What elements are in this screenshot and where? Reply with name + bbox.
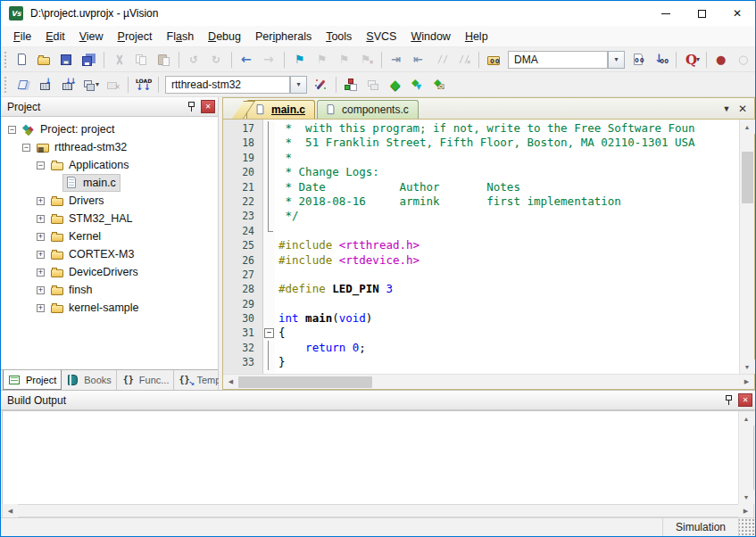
redo-button[interactable] <box>205 49 228 70</box>
code-line[interactable]: 20 * Change Logs: <box>223 165 739 179</box>
manage-project-items-button[interactable] <box>340 74 362 95</box>
resize-grip[interactable] <box>739 518 755 536</box>
scroll-down-icon[interactable]: ▼ <box>740 359 755 374</box>
code-line[interactable]: 30int main(void) <box>223 311 739 326</box>
search-dropdown-button[interactable]: ▾ <box>608 51 625 69</box>
batch-build-button[interactable]: ▾ <box>79 74 102 95</box>
tree-item-kernel[interactable]: Kernel <box>1 227 218 245</box>
download-button[interactable] <box>132 74 154 95</box>
scroll-up-icon[interactable]: ▲ <box>740 120 755 134</box>
tree-item-project-project[interactable]: Project: project <box>1 120 218 138</box>
menu-debug[interactable]: Debug <box>201 28 248 45</box>
disable-breakpoint-button[interactable] <box>733 49 755 70</box>
paste-button[interactable] <box>153 49 175 70</box>
open-file-button[interactable] <box>33 49 55 70</box>
code-line[interactable]: 23 */ <box>223 209 739 223</box>
search-combo[interactable]: DMA <box>508 51 608 69</box>
tree-expander[interactable] <box>37 197 45 205</box>
tree-expander[interactable] <box>37 268 45 277</box>
code-line[interactable]: 17 * with this program; if not, write to… <box>223 121 739 136</box>
code-line[interactable]: 32 return 0; <box>223 341 739 355</box>
tree-expander[interactable] <box>37 286 45 294</box>
tree-item-drivers[interactable]: Drivers <box>1 192 218 210</box>
scroll-right-icon[interactable]: ▶ <box>738 504 753 518</box>
tree-expander[interactable] <box>37 233 45 241</box>
build-output-pin-button[interactable] <box>720 392 736 408</box>
copy-button[interactable] <box>130 49 153 70</box>
panel-tab-books[interactable]: Books <box>62 370 117 390</box>
tree-expander[interactable] <box>8 126 16 134</box>
close-button[interactable]: ✕ <box>719 1 755 26</box>
editor-tab-main-c[interactable]: main.c <box>246 100 315 119</box>
scroll-left-icon[interactable]: ◀ <box>223 375 238 389</box>
menu-tools[interactable]: Tools <box>319 28 359 45</box>
code-line[interactable]: 25#include <rtthread.h> <box>223 238 739 252</box>
tree-item-finsh[interactable]: finsh <box>1 281 218 299</box>
scroll-down-icon[interactable]: ▼ <box>739 490 754 504</box>
scroll-left-icon[interactable]: ◀ <box>3 504 18 518</box>
tree-item-rtthread-stm32[interactable]: rtthread-stm32 <box>1 138 218 156</box>
code-line[interactable]: 21 * Date Author Notes <box>223 180 739 194</box>
lookup-button[interactable]: ▾ <box>680 49 702 70</box>
tree-item-devicedrivers[interactable]: DeviceDrivers <box>1 263 218 281</box>
build-output-horizontal-scrollbar[interactable]: ◀ ▶ <box>2 504 754 517</box>
new-file-button[interactable] <box>11 49 33 70</box>
previous-bookmark-button[interactable] <box>311 49 333 70</box>
tree-item-kernel-sample[interactable]: kernel-sample <box>1 299 218 317</box>
build-output-text[interactable] <box>3 411 738 504</box>
clear-bookmarks-button[interactable] <box>355 49 378 70</box>
code-line[interactable]: 27 <box>223 268 739 282</box>
cut-button[interactable] <box>108 49 130 70</box>
target-combo[interactable]: rtthread-stm32 <box>165 76 290 94</box>
navigate-back-button[interactable] <box>236 49 258 70</box>
unindent-button[interactable] <box>408 49 430 70</box>
undo-button[interactable] <box>183 49 205 70</box>
select-packs-button[interactable] <box>407 74 429 95</box>
rebuild-button[interactable] <box>57 74 79 95</box>
project-close-button[interactable]: ✕ <box>201 100 215 113</box>
scrollbar-thumb[interactable] <box>238 376 372 388</box>
build-output-vertical-scrollbar[interactable]: ▲ ▼ <box>738 411 753 504</box>
manage-rte-button[interactable] <box>385 74 407 95</box>
tree-item-stm32-hal[interactable]: STM32_HAL <box>1 210 218 227</box>
tree-expander[interactable] <box>37 161 45 169</box>
tree-item-main-c[interactable]: main.c <box>1 174 218 192</box>
menu-view[interactable]: View <box>72 28 111 45</box>
stop-build-button[interactable] <box>102 74 124 95</box>
code-line[interactable]: 22 * 2018-08-16 armink first implementat… <box>223 194 739 209</box>
scroll-right-icon[interactable]: ▶ <box>739 375 754 389</box>
panel-tab-project[interactable]: Project <box>3 370 62 390</box>
code-line[interactable]: 29 <box>223 297 739 311</box>
comment-button[interactable] <box>430 49 453 70</box>
scrollbar-thumb[interactable] <box>742 152 753 203</box>
panel-tab-func[interactable]: Func... <box>117 370 175 390</box>
tree-expander[interactable] <box>37 304 45 312</box>
menu-peripherals[interactable]: Peripherals <box>248 28 319 45</box>
menu-help[interactable]: Help <box>458 28 495 45</box>
scroll-up-icon[interactable]: ▲ <box>739 411 754 425</box>
code-line[interactable]: 18 * 51 Franklin Street, Fifth Floor, Bo… <box>223 136 739 150</box>
code-area[interactable]: 17 * with this program; if not, write to… <box>223 120 739 374</box>
editor-horizontal-scrollbar[interactable]: ◀ ▶ <box>223 374 754 389</box>
navigate-forward-button[interactable] <box>258 49 280 70</box>
find-in-files-button[interactable] <box>483 49 505 70</box>
editor-tab-components-c[interactable]: components.c <box>317 100 419 119</box>
indent-button[interactable] <box>386 49 408 70</box>
code-line[interactable]: 19 * <box>223 151 739 165</box>
tree-expander[interactable] <box>37 251 45 259</box>
maximize-button[interactable] <box>684 1 719 26</box>
minimize-button[interactable] <box>648 1 684 26</box>
build-output-close-button[interactable]: ✕ <box>738 393 752 407</box>
fold-toggle[interactable] <box>262 326 275 340</box>
menu-window[interactable]: Window <box>403 28 457 45</box>
save-all-button[interactable] <box>78 49 100 70</box>
save-button[interactable] <box>55 49 78 70</box>
pack-installer-button[interactable] <box>429 74 452 95</box>
target-dropdown-button[interactable]: ▾ <box>290 76 307 94</box>
code-line[interactable]: 26#include <rtdevice.h> <box>223 253 739 268</box>
tab-close-button[interactable]: ✕ <box>735 101 751 117</box>
find-in-files-doc-button[interactable] <box>627 49 650 70</box>
tree-expander[interactable] <box>22 144 30 152</box>
menu-file[interactable]: File <box>6 28 38 45</box>
manage-multiproject-button[interactable] <box>362 74 385 95</box>
